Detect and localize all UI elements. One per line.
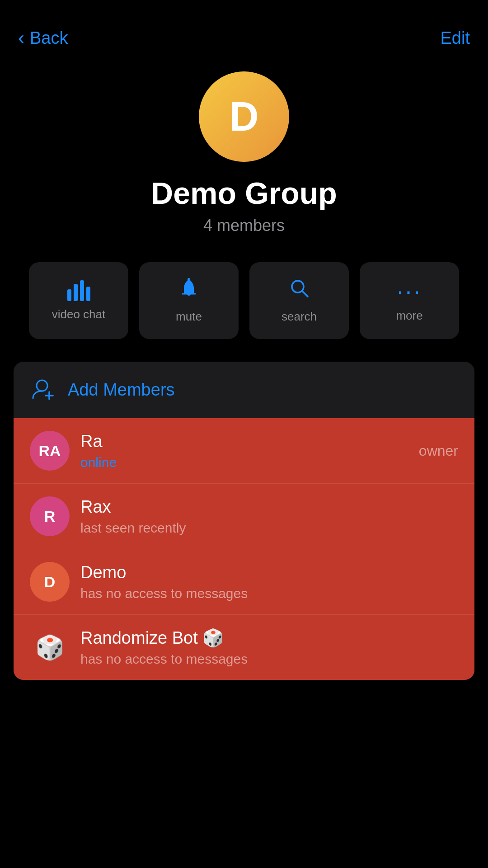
member-info: Ra online [80,432,408,470]
avatar: D [30,562,70,602]
members-section: Add Members RA Ra online owner R Rax las… [14,362,474,680]
avatar-letter: D [230,94,259,140]
edit-button[interactable]: Edit [441,28,470,48]
member-count: 4 members [203,216,285,235]
member-name: Ra [80,432,408,451]
search-label: search [282,310,317,324]
mute-label: mute [176,310,202,324]
member-name: Demo [80,563,458,582]
chevron-left-icon: ‹ [18,27,24,49]
member-name: Rax [80,497,458,517]
more-button[interactable]: ··· more [360,262,459,339]
search-icon [289,278,310,303]
avatar: R [30,496,70,536]
member-row[interactable]: 🎲 Randomize Bot 🎲 has no access to messa… [14,615,474,680]
member-info: Demo has no access to messages [80,563,458,601]
mute-button[interactable]: mute [139,262,239,339]
back-button[interactable]: ‹ Back [18,27,68,49]
group-name: Demo Group [151,175,337,211]
member-status: online [80,455,408,470]
profile-section: D Demo Group 4 members [0,58,488,253]
video-chat-button[interactable]: video chat [29,262,128,339]
video-chat-label: video chat [52,307,106,321]
bell-icon [178,278,199,303]
add-person-icon [30,376,57,403]
member-row[interactable]: RA Ra online owner [14,418,474,484]
member-status: has no access to messages [80,651,458,667]
add-members-label: Add Members [68,380,175,400]
add-members-button[interactable]: Add Members [14,362,474,418]
member-name: Randomize Bot 🎲 [80,628,458,648]
member-info: Randomize Bot 🎲 has no access to message… [80,628,458,667]
svg-point-0 [188,278,190,281]
more-dots-icon: ··· [397,279,422,302]
svg-line-2 [302,291,308,297]
navigation-bar: ‹ Back Edit [0,0,488,58]
action-buttons-row: video chat mute search ··· more [0,253,488,362]
member-info: Rax last seen recently [80,497,458,536]
member-status: has no access to messages [80,586,458,601]
more-label: more [396,309,422,323]
search-button[interactable]: search [249,262,349,339]
member-status: last seen recently [80,520,458,536]
back-label: Back [30,28,68,48]
svg-point-3 [37,380,47,391]
member-row[interactable]: D Demo has no access to messages [14,549,474,615]
avatar: 🎲 [30,627,70,667]
member-role: owner [419,443,458,459]
avatar: RA [30,431,70,471]
video-chat-icon [67,280,90,301]
group-avatar: D [199,71,289,162]
member-row[interactable]: R Rax last seen recently [14,484,474,549]
